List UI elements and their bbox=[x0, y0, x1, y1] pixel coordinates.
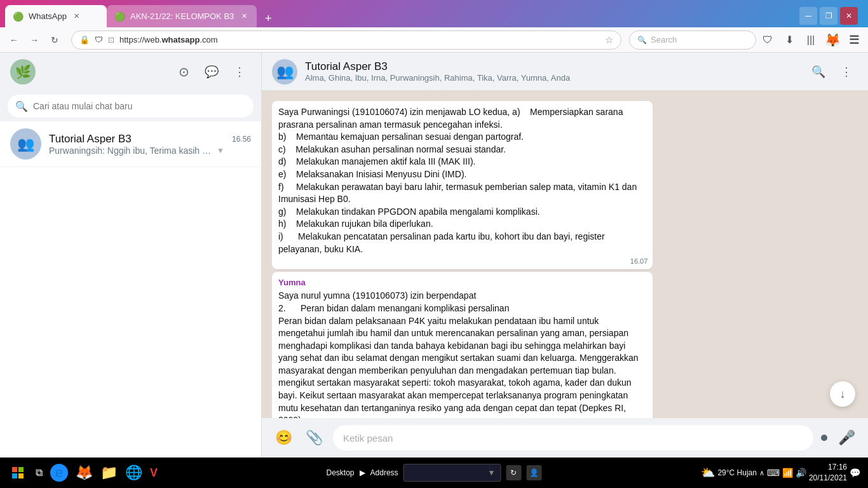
chevron-down-icon: ▼ bbox=[217, 146, 224, 155]
chat-time-tutorial: 16.56 bbox=[232, 135, 251, 144]
new-chat-button[interactable]: 💬 bbox=[200, 60, 223, 83]
address-label-taskbar: Address bbox=[370, 468, 398, 477]
search-label: Search bbox=[651, 35, 677, 44]
maximize-button[interactable]: ❐ bbox=[820, 7, 837, 25]
desktop-label[interactable]: Desktop bbox=[327, 468, 355, 477]
tab-favicon-whatsapp: 🟢 bbox=[13, 11, 24, 22]
bookmark-icon[interactable]: ☆ bbox=[605, 34, 613, 46]
tab-akn[interactable]: 🟢 AKN-21/22: KELOMPOK B3 ✕ bbox=[107, 5, 257, 27]
search-bar-sidebar: 🔍 bbox=[0, 91, 261, 121]
clock-date: 20/11/2021 bbox=[809, 473, 847, 484]
tab-whatsapp[interactable]: 🟢 WhatsApp ✕ bbox=[5, 5, 107, 27]
wifi-icon: 📶 bbox=[782, 468, 793, 478]
search-input-wrap[interactable]: 🔍 bbox=[8, 95, 254, 118]
message-time-purwaningsih: 16.07 bbox=[630, 257, 648, 266]
chat-header-members: Alma, Ghina, Ibu, Irna, Purwaningsih, Ra… bbox=[305, 73, 750, 83]
messages-container: Saya Purwaningsi (1910106074) izin menja… bbox=[262, 91, 868, 418]
volume-icon: 🔊 bbox=[796, 468, 806, 478]
notification-icon[interactable]: 💬 bbox=[850, 468, 860, 478]
chat-header-name: Tutorial Asper B3 bbox=[305, 60, 799, 73]
start-button[interactable] bbox=[5, 460, 31, 485]
chat-search-button[interactable]: 🔍 bbox=[807, 60, 830, 83]
mic-button[interactable]: 🎤 bbox=[835, 426, 858, 449]
search-icon-browser: 🔍 bbox=[637, 36, 647, 44]
message-text-yumna: Saya nurul yumna (1910106073) izin berpe… bbox=[278, 290, 646, 418]
svg-rect-0 bbox=[12, 467, 17, 472]
shield-icon: 🛡 bbox=[95, 35, 103, 44]
close-button[interactable]: ✕ bbox=[840, 7, 858, 25]
tab-close-whatsapp[interactable]: ✕ bbox=[72, 11, 82, 22]
message-bubble-yumna: Yumna Saya nurul yumna (1910106073) izin… bbox=[272, 272, 653, 418]
weather-icon: ⛅ bbox=[701, 466, 715, 480]
message-bubble-purwaningsih: Saya Purwaningsi (1910106074) izin menja… bbox=[272, 101, 653, 269]
address-url: https://web.whatsapp.com bbox=[119, 35, 218, 44]
download-icon[interactable]: ⬇ bbox=[780, 31, 798, 49]
clock-time: 17:16 bbox=[809, 462, 847, 473]
chat-preview-tutorial: Purwaningsih: Nggih ibu, Terima kasih at… bbox=[49, 146, 214, 156]
chat-header-info: Tutorial Asper B3 Alma, Ghina, Ibu, Irna… bbox=[305, 60, 799, 83]
minimize-button[interactable]: ─ bbox=[799, 7, 817, 25]
svg-rect-2 bbox=[12, 473, 17, 478]
tab-bar: 🟢 WhatsApp ✕ 🟢 AKN-21/22: KELOMPOK B3 ✕ … bbox=[0, 0, 868, 27]
system-tray-arrow[interactable]: ∧ bbox=[759, 469, 764, 477]
pocket-icon[interactable]: 🛡 bbox=[759, 31, 776, 49]
user-avatar[interactable]: 🌿 bbox=[10, 59, 36, 85]
firefox-account-icon[interactable]: 🦊 bbox=[824, 31, 841, 49]
new-tab-button[interactable]: + bbox=[259, 10, 277, 27]
attachment-button[interactable]: 📎 bbox=[302, 426, 325, 449]
emoji-button[interactable]: 😊 bbox=[272, 426, 295, 449]
sidebar-header: 🌿 ⊙ 💬 ⋮ bbox=[0, 53, 261, 91]
address-bar[interactable]: 🔒 🛡 ⊡ https://web.whatsapp.com ☆ bbox=[71, 30, 621, 50]
search-bar-browser[interactable]: 🔍 Search bbox=[629, 30, 756, 50]
tab-title-akn: AKN-21/22: KELOMPOK B3 bbox=[130, 11, 234, 21]
status-button[interactable]: ⊙ bbox=[172, 60, 195, 83]
lock-icon: 🔒 bbox=[79, 35, 90, 44]
taskbar-address-input[interactable] bbox=[409, 468, 485, 477]
input-area: 😊 📎 🎤 bbox=[262, 418, 868, 458]
chat-menu-button[interactable]: ⋮ bbox=[835, 60, 858, 83]
arrow-icon: ▶ bbox=[360, 468, 365, 477]
browser-menu-icon[interactable]: ☰ bbox=[845, 31, 863, 49]
taskbar-address-bar[interactable]: ▼ bbox=[403, 464, 501, 482]
chat-avatar-tutorial: 👥 bbox=[10, 128, 41, 159]
task-view-button[interactable]: ⧉ bbox=[33, 460, 45, 485]
search-icon-sidebar: 🔍 bbox=[15, 100, 28, 112]
message-input[interactable] bbox=[333, 425, 813, 451]
taskbar: ⧉ e 🦊 📁 🌐 V Desktop ▶ Address ▼ ↻ 👤 ⛅ 29… bbox=[0, 458, 868, 488]
collections-icon[interactable]: ||| bbox=[802, 31, 820, 49]
svg-rect-3 bbox=[18, 473, 24, 478]
taskbar-go-button[interactable]: 👤 bbox=[526, 465, 541, 480]
scroll-down-button[interactable]: ↓ bbox=[830, 381, 855, 407]
folder-taskbar-icon[interactable]: 📁 bbox=[98, 460, 120, 485]
tab-close-akn[interactable]: ✕ bbox=[239, 11, 249, 22]
chat-list: 👥 Tutorial Asper B3 16.56 Purwaningsih: … bbox=[0, 121, 261, 458]
clock-display[interactable]: 17:16 20/11/2021 bbox=[809, 462, 847, 484]
weather-text: 29°C Hujan bbox=[717, 468, 757, 477]
message-text-purwaningsih: Saya Purwaningsi (1910106074) izin menja… bbox=[278, 106, 646, 255]
browser-chrome: 🟢 WhatsApp ✕ 🟢 AKN-21/22: KELOMPOK B3 ✕ … bbox=[0, 0, 868, 53]
tab-title-whatsapp: WhatsApp bbox=[29, 11, 67, 21]
chat-name-tutorial: Tutorial Asper B3 bbox=[49, 133, 132, 146]
screen-share-icon: ⊡ bbox=[108, 36, 114, 44]
keyboard-icon: ⌨ bbox=[767, 468, 780, 478]
refresh-button[interactable]: ↻ bbox=[46, 31, 64, 49]
firefox-taskbar-icon[interactable]: 🦊 bbox=[73, 460, 95, 485]
chat-area: 👥 Tutorial Asper B3 Alma, Ghina, Ibu, Ir… bbox=[262, 53, 868, 458]
taskbar-refresh-button[interactable]: ↻ bbox=[506, 465, 521, 480]
chat-info-tutorial: Tutorial Asper B3 16.56 Purwaningsih: Ng… bbox=[49, 133, 251, 156]
svg-rect-1 bbox=[18, 467, 24, 472]
back-button[interactable]: ← bbox=[5, 31, 23, 49]
chat-header-avatar[interactable]: 👥 bbox=[272, 59, 297, 85]
search-input[interactable] bbox=[33, 101, 246, 111]
browser-controls: ← → ↻ 🔒 🛡 ⊡ https://web.whatsapp.com ☆ 🔍… bbox=[0, 27, 868, 53]
sidebar: 🌿 ⊙ 💬 ⋮ 🔍 👥 Tutorial bbox=[0, 53, 262, 458]
tab-favicon-akn: 🟢 bbox=[114, 11, 125, 22]
chrome-taskbar-icon[interactable]: 🌐 bbox=[123, 460, 145, 485]
chat-header: 👥 Tutorial Asper B3 Alma, Ghina, Ibu, Ir… bbox=[262, 53, 868, 91]
forward-button[interactable]: → bbox=[25, 31, 43, 49]
chat-item-tutorial-asper[interactable]: 👥 Tutorial Asper B3 16.56 Purwaningsih: … bbox=[0, 121, 261, 167]
sidebar-menu-button[interactable]: ⋮ bbox=[228, 60, 251, 83]
vivaldi-taskbar-icon[interactable]: V bbox=[147, 460, 160, 485]
edge-taskbar-icon[interactable]: e bbox=[48, 460, 71, 485]
message-sender-yumna: Yumna bbox=[278, 277, 646, 288]
